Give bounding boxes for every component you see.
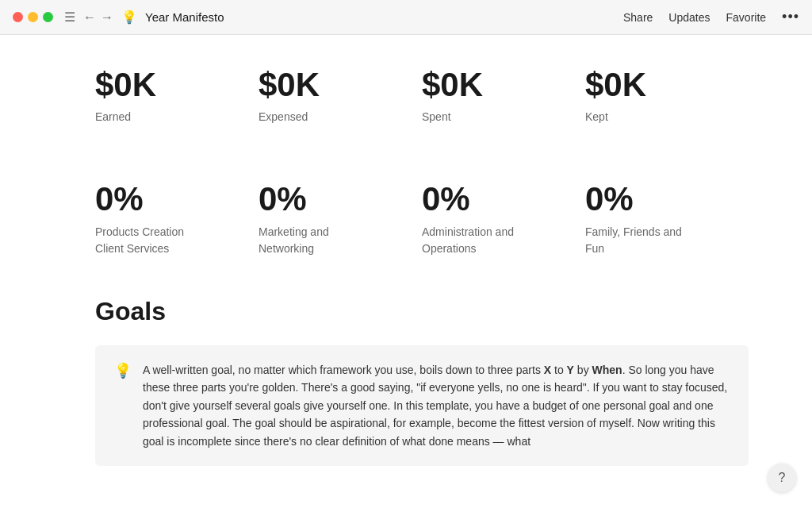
- updates-button[interactable]: Updates: [668, 11, 710, 24]
- stat-spent-label: Spent: [422, 110, 569, 125]
- page-icon: 💡: [121, 10, 137, 25]
- stat-earned-value: $0K: [95, 67, 243, 103]
- pct-admin-label: Administration andOperations: [422, 224, 569, 257]
- favorite-button[interactable]: Favorite: [726, 11, 767, 24]
- window-controls: [13, 12, 53, 22]
- titlebar: ☰ ← → 💡 Year Manifesto Share Updates Fav…: [0, 0, 812, 35]
- titlebar-right: Share Updates Favorite •••: [623, 9, 799, 25]
- goals-callout: 💡 A well-written goal, no matter which f…: [95, 345, 749, 466]
- stat-expensed-label: Expensed: [259, 110, 406, 125]
- callout-icon: 💡: [114, 362, 132, 379]
- pct-family-label: Family, Friends andFun: [585, 224, 733, 257]
- pct-products: 0% Products CreationClient Services: [95, 181, 259, 257]
- hamburger-icon[interactable]: ☰: [64, 10, 75, 25]
- stat-expensed: $0K Expensed: [259, 67, 422, 149]
- money-stats-grid: $0K Earned $0K Expensed $0K Spent $0K Ke…: [95, 67, 749, 149]
- nav-arrows: ← →: [83, 10, 113, 25]
- stat-kept-label: Kept: [585, 110, 733, 125]
- maximize-button[interactable]: [43, 12, 53, 22]
- share-button[interactable]: Share: [623, 11, 653, 24]
- titlebar-left: ☰ ← → 💡 Year Manifesto: [13, 10, 224, 25]
- pct-products-value: 0%: [95, 181, 243, 217]
- pct-marketing-value: 0%: [259, 181, 406, 217]
- close-button[interactable]: [13, 12, 23, 22]
- page-title: Year Manifesto: [145, 10, 224, 24]
- main-content: $0K Earned $0K Expensed $0K Spent $0K Ke…: [0, 35, 812, 508]
- stat-earned: $0K Earned: [95, 67, 259, 149]
- help-button[interactable]: ?: [768, 464, 796, 492]
- pct-admin: 0% Administration andOperations: [422, 181, 585, 257]
- pct-stats-grid: 0% Products CreationClient Services 0% M…: [95, 181, 749, 257]
- minimize-button[interactable]: [28, 12, 38, 22]
- pct-products-label: Products CreationClient Services: [95, 224, 243, 257]
- stat-kept-value: $0K: [585, 67, 733, 103]
- more-button[interactable]: •••: [782, 9, 799, 25]
- stat-spent-value: $0K: [422, 67, 569, 103]
- stat-expensed-value: $0K: [259, 67, 406, 103]
- pct-family: 0% Family, Friends andFun: [585, 181, 749, 257]
- stat-kept: $0K Kept: [585, 67, 749, 149]
- pct-marketing-label: Marketing andNetworking: [259, 224, 406, 257]
- stat-spent: $0K Spent: [422, 67, 585, 149]
- pct-marketing: 0% Marketing andNetworking: [259, 181, 422, 257]
- forward-arrow-icon[interactable]: →: [101, 10, 113, 25]
- callout-text: A well-written goal, no matter which fra…: [143, 361, 730, 450]
- back-arrow-icon[interactable]: ←: [83, 10, 96, 25]
- goals-section: Goals 💡 A well-written goal, no matter w…: [95, 297, 749, 466]
- goals-heading: Goals: [95, 297, 749, 326]
- pct-family-value: 0%: [585, 181, 733, 217]
- pct-admin-value: 0%: [422, 181, 569, 217]
- stat-earned-label: Earned: [95, 110, 243, 125]
